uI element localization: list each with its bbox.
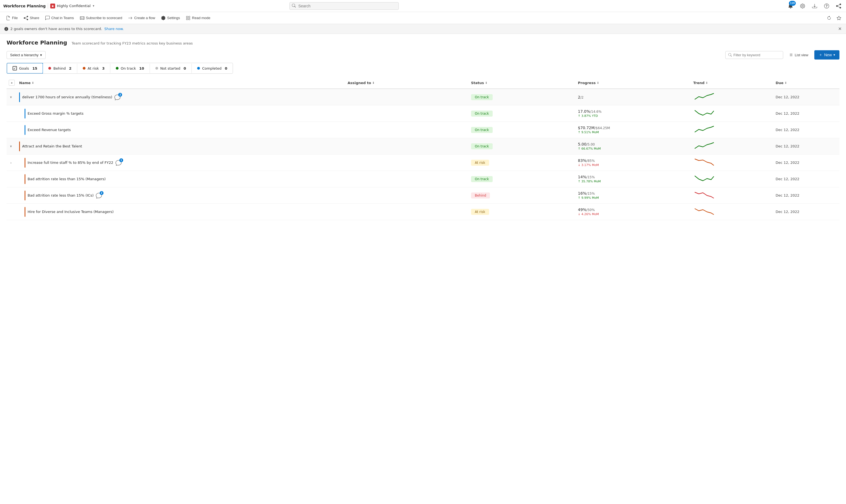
th-trend[interactable]: Trend ↕: [691, 77, 774, 89]
due-cell: Dec 12, 2022: [773, 204, 840, 220]
th-name[interactable]: Name ↕: [17, 77, 345, 89]
table-header-row: » Name ↕ Assigned to ↕ Status: [6, 77, 840, 89]
goal-name[interactable]: Attract and Retain the Best Talent: [22, 144, 82, 148]
goal-name[interactable]: Exceed Gross margin % targets: [28, 111, 84, 115]
new-plus-icon: ＋: [819, 52, 823, 57]
new-chevron-icon: ▾: [833, 53, 835, 57]
due-sort-icon: ↕: [785, 82, 787, 84]
name-cell: Exceed Revenue targets: [17, 122, 345, 138]
th-due[interactable]: Due ↕: [773, 77, 840, 89]
favorite-button[interactable]: [835, 14, 843, 22]
comment-badge[interactable]: 1: [115, 160, 122, 166]
expand-button[interactable]: ›: [8, 159, 14, 166]
progress-value: 83%/85%: [578, 158, 689, 163]
file-label: File: [12, 16, 18, 20]
settings-toolbar-button[interactable]: Settings: [158, 15, 183, 22]
summary-pill-ontrack[interactable]: On track10: [110, 64, 150, 73]
table-row: Exceed Revenue targets On track $70.72M/…: [6, 122, 840, 138]
status-sort-icon: ↕: [485, 82, 487, 84]
toolbar-right: [825, 14, 843, 22]
progress-cell: 5.00/5.00↑ 66.67% MoM: [576, 138, 691, 155]
controls-right: List view ＋ New ▾: [725, 50, 840, 59]
due-cell: Dec 12, 2022: [773, 105, 840, 122]
settings-toolbar-label: Settings: [167, 16, 180, 20]
progress-cell: 14%/15%↑ 35.78% MoM: [576, 171, 691, 187]
name-cell: Attract and Retain the Best Talent: [17, 138, 345, 155]
new-button[interactable]: ＋ New ▾: [814, 50, 840, 59]
assigned-cell: [345, 155, 469, 171]
read-mode-label: Read mode: [192, 16, 210, 20]
summary-pill-completed[interactable]: Completed0: [192, 64, 233, 73]
search-input[interactable]: [289, 2, 399, 10]
notif-message: 2 goals owners don't have access to this…: [11, 27, 102, 31]
hierarchy-chevron-icon: ▾: [40, 53, 42, 57]
progress-sort-icon: ↕: [597, 82, 599, 84]
help-icon-button[interactable]: [823, 2, 831, 10]
due-cell: Dec 12, 2022: [773, 187, 840, 204]
sensitivity-text: Highly Confidential: [57, 4, 91, 8]
collapse-button[interactable]: ∨: [8, 143, 14, 150]
file-button[interactable]: File: [3, 15, 20, 22]
goal-name[interactable]: Bad attrition rate less than 15% (Manage…: [28, 177, 106, 181]
sensitivity-chevron-icon[interactable]: ▾: [93, 4, 94, 8]
collapse-button[interactable]: ∨: [8, 94, 14, 101]
chat-label: Chat in Teams: [51, 16, 74, 20]
th-status[interactable]: Status ↕: [469, 77, 576, 89]
global-search: [289, 2, 399, 10]
read-mode-button[interactable]: Read mode: [183, 15, 213, 22]
row-accent: [24, 174, 25, 184]
status-badge: On track: [471, 111, 493, 116]
summary-pill-behind[interactable]: Behind2: [43, 64, 77, 73]
summary-pill-notstarted[interactable]: Not started0: [150, 64, 192, 73]
row-accent: [19, 141, 20, 151]
goal-name[interactable]: Hire for Diverse and Inclusive Teams (Ma…: [28, 210, 113, 214]
expand-all-button[interactable]: »: [9, 80, 15, 86]
download-icon-button[interactable]: [810, 2, 819, 10]
notification-count: 119: [789, 1, 796, 6]
comment-badge[interactable]: 2: [96, 193, 102, 198]
keyword-filter: [725, 51, 783, 59]
status-cell: At risk: [469, 155, 576, 171]
comment-badge[interactable]: 2: [114, 94, 121, 100]
status-badge: At risk: [471, 160, 489, 166]
goal-name[interactable]: deliver 1700 hours of service annually (…: [22, 95, 112, 99]
pill-count: 15: [32, 66, 37, 70]
goal-name[interactable]: Exceed Revenue targets: [28, 128, 71, 132]
scorecard-title: Workforce Planning: [6, 39, 67, 46]
create-flow-button[interactable]: Create a flow: [125, 15, 158, 22]
summary-pill-atrisk[interactable]: At risk3: [77, 64, 110, 73]
trend-chart: [694, 157, 715, 167]
th-assigned[interactable]: Assigned to ↕: [345, 77, 469, 89]
pill-label: Not started: [160, 66, 180, 70]
pill-label: Goals: [19, 66, 29, 70]
summary-pill-goals[interactable]: ✓Goals15: [6, 63, 43, 74]
progress-delta: ↑ 9.99% MoM: [578, 196, 689, 200]
refresh-button[interactable]: [825, 14, 833, 22]
notifications-button[interactable]: 119: [787, 2, 795, 10]
keyword-filter-input[interactable]: [734, 53, 780, 57]
create-flow-label: Create a flow: [134, 16, 155, 20]
share-ext-icon-button[interactable]: [834, 2, 843, 10]
th-expand: »: [6, 77, 17, 89]
goal-name[interactable]: Bad attrition rate less than 15% (ICs): [28, 193, 94, 197]
assigned-cell: [345, 89, 469, 105]
list-view-button[interactable]: List view: [787, 51, 811, 59]
name-cell: Exceed Gross margin % targets: [17, 105, 345, 122]
goal-name[interactable]: Increase full time staff % to 85% by end…: [28, 161, 113, 165]
sensitivity-icon: [50, 3, 55, 8]
notif-close-button[interactable]: ✕: [838, 26, 842, 31]
row-accent: [19, 92, 20, 102]
expand-cell: [6, 122, 17, 138]
notif-link[interactable]: Share now.: [104, 27, 124, 31]
share-button[interactable]: Share: [21, 15, 42, 22]
expand-cell: [6, 105, 17, 122]
assigned-cell: [345, 204, 469, 220]
row-accent: [24, 125, 25, 135]
settings-icon-button[interactable]: [798, 2, 807, 10]
row-accent: [24, 207, 25, 217]
th-progress[interactable]: Progress ↕: [576, 77, 691, 89]
trend-chart: [694, 108, 715, 118]
subscribe-button[interactable]: Subscribe to scorecard: [77, 15, 125, 22]
hierarchy-selector[interactable]: Select a hierarchy ▾: [6, 51, 46, 59]
chat-in-teams-button[interactable]: Chat in Teams: [42, 15, 77, 22]
